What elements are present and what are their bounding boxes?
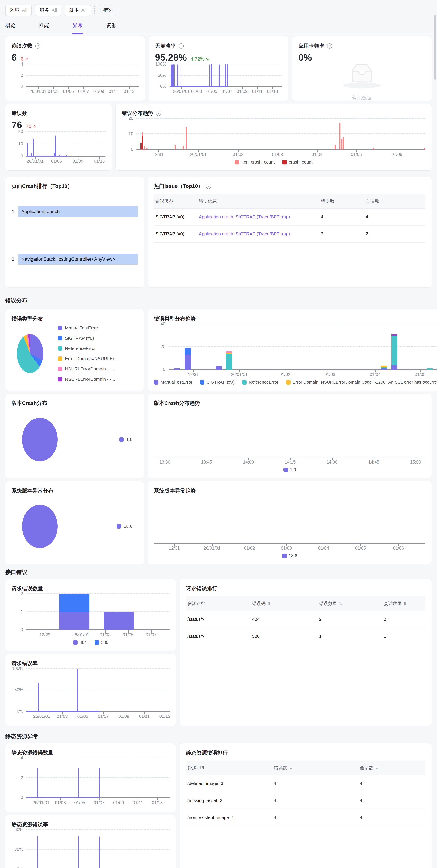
rank-row: 1ApplicationLaunch bbox=[12, 206, 137, 217]
sort-icon[interactable]: ⇅ bbox=[375, 766, 378, 770]
card-title: 系统版本异常分布 bbox=[12, 487, 53, 494]
legend-item[interactable]: 404 bbox=[73, 640, 87, 645]
card-title: 静态资源错误数量 bbox=[12, 749, 53, 756]
card-error-count: 错误数 76 75↗ 0102026/01/0101/0501/0901/13 bbox=[5, 104, 112, 170]
table-row[interactable]: SIGTRAP (#0)Application crash: SIGTRAP (… bbox=[154, 209, 425, 226]
version-crash-pie bbox=[22, 418, 58, 461]
card-top-issues: 热门Issue（Top10） ? 错误类型错误信息错误数会话数SIGTRAP (… bbox=[148, 177, 432, 288]
legend-item[interactable]: ReferenceError bbox=[242, 380, 278, 385]
legend-item[interactable]: NSURLErrorDomain - -... bbox=[58, 366, 118, 372]
legend-item[interactable]: 18.6 bbox=[282, 553, 297, 558]
card-title: 页面Crash排行（Top10） bbox=[12, 183, 72, 190]
card-title: 错误数 bbox=[12, 110, 27, 117]
error-type-pie-legend: ManualTestErrorSIGTRAP (#0)ReferenceErro… bbox=[58, 325, 118, 382]
column-header: 会话数 bbox=[364, 198, 425, 204]
legend-item[interactable]: ReferenceError bbox=[58, 346, 118, 351]
table-cell: 2 bbox=[364, 231, 425, 237]
legend-item[interactable]: ManualTestError bbox=[154, 380, 192, 385]
service-filter[interactable]: 服务 All bbox=[35, 4, 61, 16]
card-title: 错误类型分布 bbox=[12, 315, 43, 322]
legend-item[interactable]: non_crash_count bbox=[235, 159, 275, 164]
card-crash-count: 崩溃次数 ? 6 6↗ 02426/01/0101/0301/0501/0701… bbox=[5, 36, 145, 101]
column-header[interactable]: 会话数量⇅ bbox=[382, 600, 425, 607]
card-static-error-rank: 静态资源错误排行 资源URL错误数⇅会话数⇅/deleted_image_344… bbox=[180, 743, 432, 868]
legend-item[interactable]: Error Domain=NSURLEr... bbox=[58, 356, 118, 362]
column-header[interactable]: 错误数量⇅ bbox=[318, 600, 382, 607]
table-cell: 4 bbox=[358, 798, 425, 803]
version-filter[interactable]: 版本 All bbox=[65, 4, 91, 16]
table-cell: 2 bbox=[319, 231, 364, 237]
table-row[interactable]: /status/?40422 bbox=[186, 611, 425, 628]
error-type-pie bbox=[17, 334, 43, 373]
legend-item[interactable]: 18.6 bbox=[117, 524, 132, 529]
env-filter[interactable]: 环境 All bbox=[5, 4, 32, 16]
table-row[interactable]: /status/?50011 bbox=[186, 628, 425, 645]
column-header[interactable]: 会话数⇅ bbox=[358, 765, 425, 771]
table-cell: SIGTRAP (#0) bbox=[154, 231, 197, 237]
rank-bar[interactable]: NavigationStackHostingController<AnyView… bbox=[18, 254, 137, 265]
legend-item[interactable]: crash_count bbox=[282, 159, 312, 164]
card-title: 热门Issue（Top10） bbox=[154, 183, 203, 190]
legend-item[interactable]: NSURLErrorDomain - -... bbox=[58, 376, 118, 382]
card-title: 静态资源错误排行 bbox=[186, 749, 228, 756]
tab-resource[interactable]: 资源 bbox=[106, 22, 117, 29]
service-filter-label: 服务 bbox=[39, 7, 49, 13]
sort-icon[interactable]: ⇅ bbox=[339, 601, 342, 606]
legend-item[interactable]: 500 bbox=[95, 640, 108, 645]
card-request-error-count: 请求错误数量 01212/2926/01/0101/0301/0501/0740… bbox=[5, 579, 176, 651]
legend-item[interactable]: 1.0 bbox=[283, 467, 296, 472]
card-title: 应用卡顿率 bbox=[298, 42, 324, 50]
help-icon[interactable]: ? bbox=[156, 111, 161, 116]
table-row[interactable]: SIGTRAP (#0)Application crash: SIGTRAP (… bbox=[154, 226, 425, 243]
column-header[interactable]: 错误数⇅ bbox=[272, 765, 358, 771]
table-cell: 4 bbox=[319, 214, 364, 220]
card-sys-version-pie: 系统版本异常分布 18.6 bbox=[5, 481, 144, 564]
tab-exception[interactable]: 异常 bbox=[72, 22, 83, 29]
table-row[interactable]: /deleted_image_344 bbox=[186, 775, 425, 792]
error-type-trend-chart: 0204012/3126/01/0101/0201/0301/0401/0501… bbox=[154, 324, 437, 385]
card-title: 请求错误数量 bbox=[12, 585, 43, 592]
scrollbar-thumb[interactable] bbox=[434, 15, 436, 80]
trend-badge: 4.72%↘ bbox=[191, 56, 209, 62]
table-row[interactable]: /missing_asset_244 bbox=[186, 792, 425, 809]
metric-value: 76 bbox=[12, 119, 22, 130]
card-error-type-trend: 错误类型分布趋势 0204012/3126/01/0101/0201/0301/… bbox=[148, 309, 437, 391]
help-icon[interactable]: ? bbox=[327, 43, 332, 49]
legend-item[interactable]: 1.0 bbox=[119, 437, 132, 442]
table-cell: /status/? bbox=[186, 617, 251, 622]
help-icon[interactable]: ? bbox=[206, 184, 211, 189]
legend-item[interactable]: ManualTestError bbox=[58, 325, 118, 331]
sort-icon[interactable]: ⇅ bbox=[267, 601, 271, 606]
legend-item[interactable]: Error Domain=NSURLErrorDomain Code=-1200… bbox=[286, 380, 437, 385]
table-cell: 4 bbox=[272, 781, 358, 786]
sort-icon[interactable]: ⇅ bbox=[289, 766, 292, 770]
issue-link[interactable]: Application crash: SIGTRAP (Trace/BPT tr… bbox=[197, 231, 319, 237]
rank-bar[interactable]: ApplicationLaunch bbox=[18, 206, 137, 217]
empty-text: 暂无数据 bbox=[352, 95, 372, 101]
tab-performance[interactable]: 性能 bbox=[39, 22, 49, 29]
legend-item[interactable]: SIGTRAP (#0) bbox=[200, 380, 235, 385]
table-row[interactable]: /non_existent_image_144 bbox=[186, 809, 425, 826]
table-header: 资源路径错误码⇅错误数量⇅会话数量⇅ bbox=[186, 596, 425, 611]
column-header: 错误信息 bbox=[197, 198, 319, 204]
table-cell: /deleted_image_3 bbox=[186, 781, 272, 786]
help-icon[interactable]: ? bbox=[35, 43, 40, 49]
column-header[interactable]: 错误码⇅ bbox=[251, 600, 318, 607]
trend-badge: 75↗ bbox=[26, 123, 36, 129]
card-error-dist-trend: 错误分布趋势 ? 0102012/3126/01/0101/0201/0301/… bbox=[116, 104, 432, 170]
sys-version-pie bbox=[22, 505, 58, 548]
table-cell: /non_existent_image_1 bbox=[186, 815, 272, 820]
metric-value: 6 bbox=[12, 52, 17, 63]
help-icon[interactable]: ? bbox=[179, 43, 184, 49]
version-crash-pie-legend: 1.0 bbox=[119, 437, 132, 442]
add-filter-button[interactable]: + 筛选 bbox=[94, 4, 117, 16]
trend-badge: 6↗ bbox=[21, 56, 28, 62]
tab-overview[interactable]: 概览 bbox=[5, 22, 15, 29]
section-title-error-dist: 错误分布 bbox=[5, 297, 432, 304]
version-crash-trend-chart: 13:3013:4514:0014:1514:3014:4515:001.0 bbox=[154, 408, 425, 472]
issue-link[interactable]: Application crash: SIGTRAP (Trace/BPT tr… bbox=[197, 214, 319, 220]
table-cell: SIGTRAP (#0) bbox=[154, 214, 197, 220]
sort-icon[interactable]: ⇅ bbox=[404, 601, 407, 606]
card-page-crash-rank: 页面Crash排行（Top10） 1ApplicationLaunch1Navi… bbox=[5, 177, 144, 288]
legend-item[interactable]: SIGTRAP (#0) bbox=[58, 336, 118, 341]
